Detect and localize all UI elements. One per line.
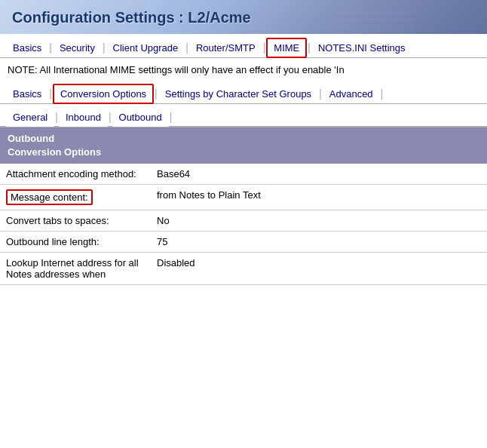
section-header: Outbound Conversion Options	[0, 127, 487, 164]
tab-general[interactable]: General	[6, 108, 54, 127]
row-value-4: Disabled	[151, 253, 487, 285]
tab-basics[interactable]: Basics	[6, 38, 48, 57]
tab-inbound[interactable]: Inbound	[59, 108, 108, 127]
table-row: Convert tabs to spaces: No	[0, 210, 487, 232]
note-text: NOTE: All International MIME settings wi…	[8, 64, 345, 75]
row-value-3: 75	[151, 232, 487, 253]
row-label-3: Outbound line length:	[0, 232, 151, 253]
note-bar: NOTE: All International MIME settings wi…	[0, 58, 487, 80]
row-value-1: from Notes to Plain Text	[151, 185, 487, 210]
tab-notes-ini[interactable]: NOTES.INI Settings	[311, 38, 412, 57]
settings-table: Attachment encoding method: Base64 Messa…	[0, 164, 487, 285]
row-value-2: No	[151, 210, 487, 232]
tab-outbound[interactable]: Outbound	[112, 108, 169, 127]
mid-tab-bar: Basics | Conversion Options | Settings b…	[0, 80, 487, 104]
sub-tab-bar: General | Inbound | Outbound |	[0, 104, 487, 127]
message-content-label: Message content:	[6, 189, 93, 205]
section-header-line1: Outbound	[8, 133, 54, 144]
row-label-1: Message content:	[0, 185, 151, 210]
tab-security[interactable]: Security	[53, 38, 102, 57]
tab-mime[interactable]: MIME	[266, 38, 307, 58]
tab-char-set-groups[interactable]: Settings by Character Set Groups	[158, 84, 318, 103]
tab-advanced[interactable]: Advanced	[323, 84, 380, 103]
section-header-line2: Conversion Options	[8, 146, 101, 158]
tab-mid-basics[interactable]: Basics	[6, 84, 48, 103]
table-row: Message content: from Notes to Plain Tex…	[0, 185, 487, 210]
row-label-2: Convert tabs to spaces:	[0, 210, 151, 232]
content-area: Outbound Conversion Options Attachment e…	[0, 127, 487, 293]
table-row: Attachment encoding method: Base64	[0, 164, 487, 185]
page-header: Configuration Settings : L2/Acme	[0, 0, 487, 34]
row-label-0: Attachment encoding method:	[0, 164, 151, 185]
table-row: Lookup Internet address for all Notes ad…	[0, 253, 487, 285]
tab-client-upgrade[interactable]: Client Upgrade	[106, 38, 185, 57]
table-row: Outbound line length: 75	[0, 232, 487, 253]
row-value-0: Base64	[151, 164, 487, 185]
tab-conversion-options[interactable]: Conversion Options	[53, 84, 154, 104]
page-title: Configuration Settings : L2/Acme	[12, 9, 475, 26]
tab-router-smtp[interactable]: Router/SMTP	[189, 38, 262, 57]
top-tab-bar: Basics | Security | Client Upgrade | Rou…	[0, 34, 487, 58]
row-label-4: Lookup Internet address for all Notes ad…	[0, 253, 151, 285]
